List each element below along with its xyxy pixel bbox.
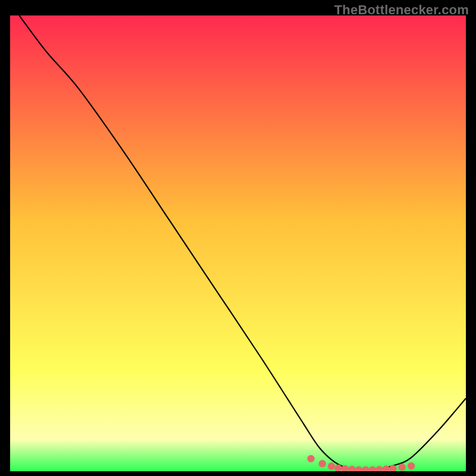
valley-marker <box>399 464 406 471</box>
chart-plot-area <box>10 15 466 471</box>
valley-marker <box>328 462 335 469</box>
watermark-text: TheBottlenecker.com <box>334 2 469 18</box>
valley-marker <box>319 460 326 467</box>
valley-marker <box>408 462 415 469</box>
chart-svg <box>10 15 466 471</box>
chart-background <box>10 15 466 471</box>
valley-marker <box>307 455 314 462</box>
